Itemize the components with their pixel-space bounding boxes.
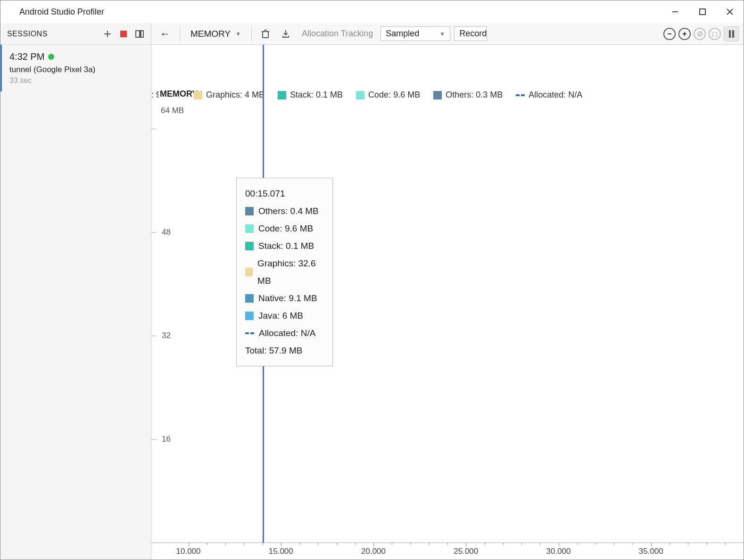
legend-stack: Stack: 0.1 MB [290,90,343,100]
xlabel-15: 15.000 [269,547,293,556]
tooltip-code: Code: 9.6 MB [258,220,313,237]
pause-button[interactable] [724,26,739,41]
sessions-header: SESSIONS [7,30,48,38]
legend-graphics: Graphics: 4 MB [206,90,265,100]
delete-button[interactable] [257,27,273,41]
legend-others: Others: 0.3 MB [446,90,503,100]
zoom-out-button[interactable]: − [663,28,676,40]
xlabel-25: 25.000 [454,547,478,556]
xlabel-20: 20.000 [361,547,386,556]
xlabel-10: 10.000 [176,547,201,556]
back-button[interactable]: ← [156,26,174,42]
reset-zoom-button[interactable]: ⊘ [694,28,706,40]
session-duration: 33 sec [9,76,143,85]
svg-rect-1 [700,9,705,15]
chevron-down-icon: ▼ [235,31,241,37]
legend-code: Code: 9.6 MB [368,90,420,100]
svg-rect-6 [263,32,268,38]
chart-x-axis: 10.00015.00020.00025.00030.00035.000 [151,543,744,560]
memory-chart[interactable]: : 9MB MEMORY Graphics: 4 MB Stack: 0.1 M… [151,45,744,560]
xlabel-30: 30.000 [546,547,571,556]
xlabel-35: 35.000 [639,547,663,556]
profiler-main: ← MEMORY ▼ Allocation Tracking Sampled ▼… [151,23,744,560]
swatch-graphics-icon [194,91,202,99]
session-time: 4:32 PM [9,51,44,62]
chart-tooltip: 00:15.071 Others: 0.4 MB Code: 9.6 MB St… [236,178,333,366]
tooltip-total: Total: 57.9 MB [245,342,324,359]
sampling-value: Sampled [386,29,419,39]
fit-zoom-button[interactable]: [ ] [709,28,721,40]
legend-allocated: Allocated: N/A [529,90,582,100]
swatch-others-icon [433,91,442,99]
minimize-button[interactable] [661,0,689,23]
add-session-button[interactable] [102,28,113,40]
chevron-down-icon: ▼ [439,31,445,37]
import-button[interactable] [277,27,294,41]
active-indicator-icon [48,54,54,60]
title-bar: Android Studio Profiler [0,0,744,23]
session-item[interactable]: 4:32 PM tunnel (Google Pixel 3a) 33 sec [0,45,151,91]
view-selector[interactable]: MEMORY ▼ [186,27,246,41]
chart-legend: Graphics: 4 MB Stack: 0.1 MB Code: 9.6 M… [151,90,740,100]
sessions-sidebar: SESSIONS 4:32 PM tunnel (Google Pixel 3a… [0,23,151,560]
toggle-panel-button[interactable] [134,28,145,40]
record-button[interactable]: Record [454,26,487,41]
maximize-button[interactable] [689,0,716,23]
tooltip-time: 00:15.071 [245,185,324,202]
tooltip-java: Java: 6 MB [258,307,303,324]
view-label: MEMORY [190,29,231,39]
tooltip-graphics: Graphics: 32.6 MB [257,255,324,289]
ylabel-64: 64 MB [161,106,184,115]
swatch-stack-icon [278,91,286,99]
stop-session-button[interactable] [118,28,129,40]
tooltip-allocated: Allocated: N/A [259,324,315,342]
tooltip-native: Native: 9.1 MB [258,289,317,307]
swatch-code-icon [356,91,364,99]
zoom-in-button[interactable]: + [678,28,691,40]
tooltip-stack: Stack: 0.1 MB [258,237,314,255]
sampling-select[interactable]: Sampled ▼ [380,26,450,41]
allocation-tracking-label: Allocation Tracking [298,27,377,41]
swatch-allocated-icon [516,94,525,96]
window-title: Android Studio Profiler [19,7,104,17]
session-device: tunnel (Google Pixel 3a) [9,65,143,74]
close-button[interactable] [716,0,744,23]
tooltip-others: Others: 0.4 MB [258,202,319,220]
profiler-toolbar: ← MEMORY ▼ Allocation Tracking Sampled ▼… [151,23,744,45]
